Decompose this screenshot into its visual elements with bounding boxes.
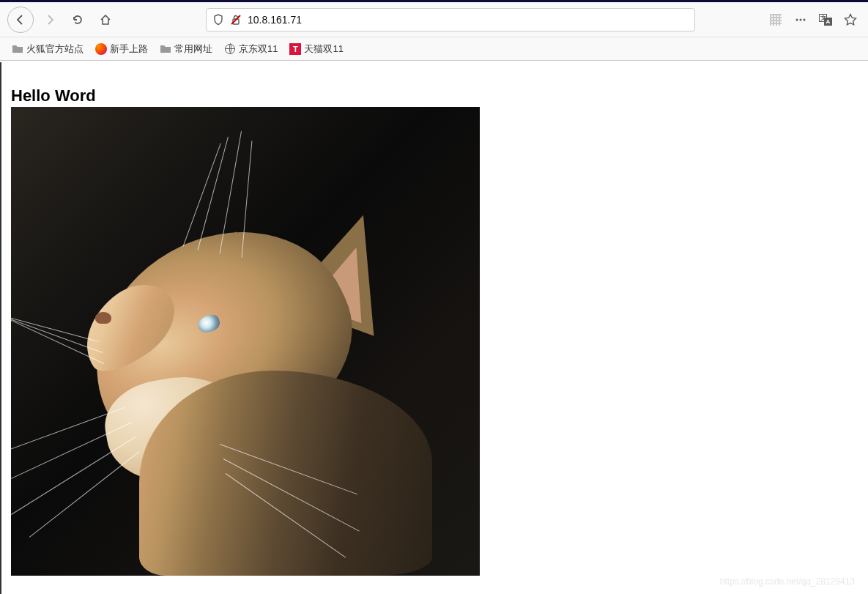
bookmark-firefox-official[interactable]: 火狐官方站点 — [7, 40, 88, 59]
bookmark-jd[interactable]: 京东双11 — [220, 40, 282, 59]
toolbar-right: 文A — [765, 10, 861, 30]
svg-point-2 — [796, 18, 798, 21]
forward-arrow-icon — [44, 14, 56, 26]
svg-point-3 — [800, 18, 802, 21]
bookmark-label: 火狐官方站点 — [26, 42, 84, 56]
qr-icon[interactable] — [765, 10, 786, 30]
globe-icon — [224, 43, 236, 55]
content-left-divider — [0, 62, 1, 594]
page-content: Hello Word — [0, 75, 868, 587]
bookmark-label: 新手上路 — [110, 42, 148, 56]
home-icon — [100, 14, 111, 26]
lock-insecure-icon[interactable] — [230, 14, 242, 26]
bookmark-label: 天猫双11 — [304, 42, 343, 56]
folder-icon — [160, 43, 171, 55]
watermark-text: https://blog.csdn.net/qq_28129413 — [720, 576, 855, 587]
tmall-icon: T — [289, 43, 301, 55]
translate-icon[interactable]: 文A — [815, 10, 836, 30]
home-button[interactable] — [94, 8, 117, 31]
urlbar-container — [206, 8, 695, 31]
bookmark-common-sites[interactable]: 常用网址 — [155, 40, 217, 59]
cat-image — [11, 107, 480, 576]
url-bar[interactable] — [206, 8, 695, 31]
bookmark-star-icon[interactable] — [840, 10, 861, 30]
bookmark-label: 常用网址 — [174, 42, 212, 56]
bookmark-label: 京东双11 — [239, 42, 278, 56]
page-heading: Hello Word — [11, 86, 857, 105]
bookmark-getting-started[interactable]: 新手上路 — [91, 40, 152, 59]
bookmark-tmall[interactable]: T 天猫双11 — [285, 40, 347, 59]
folder-icon — [12, 43, 23, 55]
reload-icon — [72, 14, 84, 26]
svg-point-4 — [804, 18, 806, 21]
reload-button[interactable] — [66, 8, 89, 31]
overflow-menu-icon[interactable] — [790, 10, 811, 30]
url-input[interactable] — [248, 14, 689, 26]
bookmarks-bar: 火狐官方站点 新手上路 常用网址 京东双11 T 天猫双11 — [0, 37, 868, 61]
back-button[interactable] — [7, 7, 34, 33]
browser-toolbar: 文A — [0, 2, 868, 37]
forward-button[interactable] — [38, 8, 62, 31]
back-arrow-icon — [15, 14, 26, 26]
shield-icon[interactable] — [212, 14, 224, 26]
firefox-icon — [95, 43, 107, 55]
